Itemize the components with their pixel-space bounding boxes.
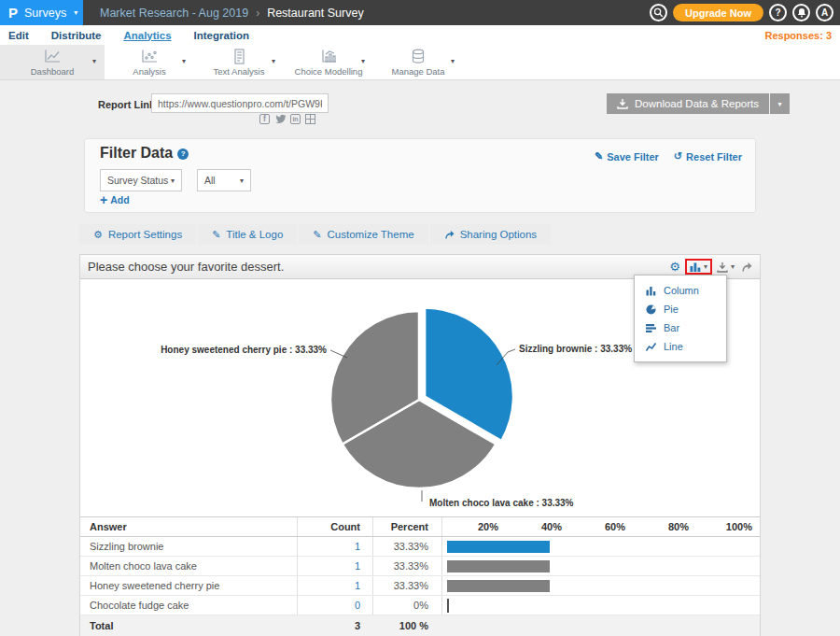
caret-down-icon[interactable]: ▾ [92, 57, 96, 65]
tool-tab-label: Choice Modelling [295, 66, 363, 77]
column-chart-icon [646, 286, 656, 296]
notifications-button[interactable] [792, 4, 810, 21]
question-chart-panel: Please choose your favorite dessert. ⚙ ▾… [79, 254, 761, 636]
col-header-count: Count [297, 517, 372, 536]
count-link[interactable]: 0 [355, 600, 360, 611]
report-link-label: Report Link [98, 99, 155, 110]
tab-sharing-options[interactable]: Sharing Options [430, 224, 551, 245]
question-title: Please choose your favorite dessert. [88, 260, 284, 274]
report-settings-tabs: ⚙Report Settings ✎Title & Logo ✎Customiz… [79, 224, 551, 245]
table-total-row: Total 3 100 % [80, 615, 760, 636]
tool-tab-choice-modelling[interactable]: Choice Modelling ▾ [284, 45, 373, 79]
filter-title: Filter Data? [100, 145, 189, 162]
caret-down-icon: ▾ [731, 262, 735, 271]
chart-type-menu: Column Pie Bar Line [634, 275, 727, 362]
tab-report-settings[interactable]: ⚙Report Settings [79, 224, 196, 245]
download-reports-label: Download Data & Reports [635, 98, 759, 109]
table-row: Chocolate fudge cake 0 0% [80, 596, 760, 615]
embed-icon[interactable] [305, 114, 315, 124]
surveys-menu[interactable]: P Surveys ▾ [0, 0, 83, 25]
percent-cell: 33.33% [372, 537, 441, 556]
filter-links: ✎Save Filter ↺Reset Filter [595, 150, 742, 163]
tab-customize-theme[interactable]: ✎Customize Theme [299, 224, 427, 245]
tool-tab-label: Dashboard [31, 66, 74, 77]
scale-tick: 100% [696, 521, 760, 532]
percent-cell: 0% [372, 596, 441, 615]
tool-tab-manage-data[interactable]: Manage Data ▾ [373, 45, 463, 79]
scale-tick: 40% [506, 521, 569, 532]
top-nav-bar: P Surveys ▾ Market Research - Aug 2019 ›… [0, 0, 840, 25]
add-filter-link[interactable]: +Add [100, 193, 130, 206]
chart-settings-gear-icon[interactable]: ⚙ [669, 260, 680, 274]
caret-down-icon[interactable]: ▾ [272, 57, 275, 65]
analysis-scatter-icon [139, 49, 160, 64]
nav-tab-analytics[interactable]: Analytics [112, 30, 182, 41]
chart-share-button[interactable] [741, 261, 752, 272]
analytics-toolbar: Dashboard ▾ Analysis ▾ Text Analysis ▾ C… [0, 45, 840, 80]
caret-down-icon[interactable]: ▾ [182, 57, 186, 65]
percent-cell: 33.33% [372, 557, 441, 575]
help-button[interactable]: ? [769, 4, 787, 21]
pie-chart-icon [646, 304, 656, 315]
reset-filter-link[interactable]: ↺Reset Filter [674, 150, 742, 163]
count-link[interactable]: 1 [355, 560, 360, 572]
menu-item-pie[interactable]: Pie [635, 300, 726, 318]
filter-panel: Filter Data? ✎Save Filter ↺Reset Filter … [84, 138, 756, 213]
percent-scale: 20%40%60%80%100% [441, 517, 760, 536]
tool-tab-dashboard[interactable]: Dashboard ▾ [0, 45, 105, 79]
facebook-icon[interactable]: f [259, 114, 270, 124]
chart-download-button[interactable]: ▾ [717, 261, 735, 273]
share-icons-row: f in [151, 113, 329, 124]
table-row: Sizzling brownie 1 33.33% [80, 537, 760, 557]
scale-tick: 60% [569, 521, 633, 532]
tab-title-logo[interactable]: ✎Title & Logo [198, 224, 297, 245]
pie-chart[interactable] [330, 308, 513, 489]
upgrade-now-button[interactable]: Upgrade Now [673, 4, 763, 21]
nav-tab-edit[interactable]: Edit [0, 30, 40, 41]
search-icon [653, 7, 664, 18]
breadcrumb-separator: › [256, 7, 259, 20]
menu-item-line[interactable]: Line [635, 337, 726, 356]
pie-label-sizzling-brownie: Sizzling brownie : 33.33% [519, 344, 632, 354]
caret-down-icon[interactable]: ▾ [451, 57, 455, 65]
filter-field-select[interactable]: Survey Status▾ [100, 169, 182, 191]
account-button[interactable]: A [816, 4, 833, 21]
caret-down-icon[interactable]: ▾ [361, 57, 365, 65]
filter-value-select[interactable]: All▾ [197, 169, 251, 191]
download-options-caret-button[interactable]: ▾ [770, 93, 790, 114]
breadcrumb-project-link[interactable]: Market Research - Aug 2019 [100, 7, 248, 20]
report-link-input[interactable] [151, 93, 329, 113]
nav-tab-distribute[interactable]: Distribute [40, 30, 113, 41]
nav-tab-integration[interactable]: Integration [183, 30, 260, 41]
twitter-icon[interactable] [274, 114, 286, 123]
tool-tab-analysis[interactable]: Analysis ▾ [105, 45, 194, 79]
save-filter-link[interactable]: ✎Save Filter [595, 150, 659, 163]
help-icon[interactable]: ? [177, 148, 189, 160]
tool-tab-text-analysis[interactable]: Text Analysis ▾ [194, 45, 284, 79]
percent-bar [447, 541, 550, 553]
col-header-answer: Answer [80, 517, 297, 536]
avatar: A [821, 7, 828, 18]
count-link[interactable]: 1 [355, 541, 360, 552]
plus-icon: + [100, 193, 107, 206]
topbar-actions: Upgrade Now ? A [650, 4, 840, 21]
chart-actions: ⚙ ▾ ▾ [669, 260, 752, 274]
download-reports-button[interactable]: Download Data & Reports [607, 93, 769, 114]
count-link[interactable]: 1 [355, 580, 360, 591]
menu-item-bar[interactable]: Bar [635, 318, 726, 337]
share-icon [741, 261, 752, 272]
menu-item-column[interactable]: Column [635, 281, 726, 300]
answer-cell: Molten choco lava cake [80, 557, 297, 575]
share-icon [444, 230, 455, 239]
chart-type-button[interactable]: ▾ [687, 261, 710, 273]
main-menu: Edit Distribute Analytics Integration Re… [0, 25, 840, 45]
caret-down-icon: ▾ [171, 177, 175, 185]
pie-label-molten-choco-lava-cake: Molten choco lava cake : 33.33% [429, 498, 574, 508]
question-mark-icon: ? [775, 7, 780, 18]
percent-bar [447, 560, 550, 572]
bar-chart-icon [690, 261, 701, 272]
line-chart-icon [646, 342, 656, 352]
total-label: Total [80, 615, 297, 636]
linkedin-icon[interactable]: in [290, 114, 301, 124]
search-button[interactable] [650, 4, 667, 21]
